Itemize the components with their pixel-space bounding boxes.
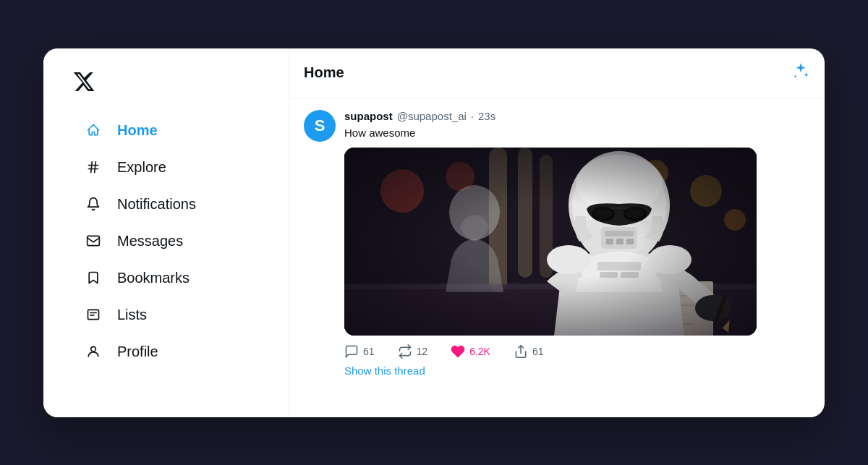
x-logo-icon xyxy=(72,70,95,93)
app-container: Home Explore Notifications xyxy=(43,48,825,417)
bell-icon xyxy=(84,197,103,211)
main-content: Home S supapost @supapost_ai · 23s xyxy=(289,48,825,417)
retweet-count: 12 xyxy=(417,346,428,357)
tweet-meta: supapost @supapost_ai · 23s xyxy=(344,110,810,122)
sidebar-item-lists[interactable]: Lists xyxy=(72,298,260,332)
sidebar-item-label-bookmarks: Bookmarks xyxy=(117,270,190,286)
tweet-time: 23s xyxy=(478,110,495,122)
sidebar-item-explore[interactable]: Explore xyxy=(72,150,260,184)
hashtag-icon xyxy=(84,160,103,174)
avatar: S xyxy=(304,110,336,142)
sidebar-item-label-explore: Explore xyxy=(117,159,166,176)
sidebar-item-profile[interactable]: Profile xyxy=(72,335,260,369)
share-icon xyxy=(514,344,528,359)
tweet-handle: @supapost_ai xyxy=(397,110,467,122)
like-count: 6.2K xyxy=(469,346,490,357)
show-thread-link[interactable]: Show this thread xyxy=(344,364,425,377)
sidebar-item-label-profile: Profile xyxy=(117,344,158,360)
user-icon xyxy=(84,344,103,359)
logo-area[interactable] xyxy=(72,70,260,96)
svg-rect-41 xyxy=(344,148,757,336)
share-count: 61 xyxy=(532,346,544,357)
tweet-image-placeholder xyxy=(344,148,757,336)
reply-action[interactable]: 61 xyxy=(344,344,375,359)
sidebar: Home Explore Notifications xyxy=(43,48,289,417)
sidebar-item-home[interactable]: Home xyxy=(72,114,260,148)
tweet-actions: 61 12 xyxy=(344,344,810,359)
tweet-author: supapost xyxy=(344,110,393,122)
like-action[interactable]: 6.2K xyxy=(451,344,490,359)
retweet-action[interactable]: 12 xyxy=(398,344,428,359)
sidebar-item-label-notifications: Notifications xyxy=(117,196,196,213)
sidebar-item-label-lists: Lists xyxy=(117,307,147,323)
mail-icon xyxy=(84,234,103,248)
tweet-separator: · xyxy=(471,110,474,122)
bookmark-icon xyxy=(84,270,103,285)
sidebar-item-messages[interactable]: Messages xyxy=(72,224,260,258)
tweet-text: How awesome xyxy=(344,125,810,140)
sparkle-svg xyxy=(791,61,810,80)
reply-icon xyxy=(344,344,359,359)
retweet-icon xyxy=(398,344,412,359)
sidebar-item-label-home: Home xyxy=(117,122,158,139)
sidebar-item-notifications[interactable]: Notifications xyxy=(72,187,260,221)
svg-rect-0 xyxy=(88,236,100,245)
stormtrooper-illustration xyxy=(344,148,757,336)
feed-title: Home xyxy=(304,64,344,81)
sidebar-item-bookmarks[interactable]: Bookmarks xyxy=(72,261,260,295)
share-action[interactable]: 61 xyxy=(514,344,544,359)
home-icon xyxy=(84,123,103,137)
tweet-body: supapost @supapost_ai · 23s How awesome xyxy=(344,110,810,377)
list-icon xyxy=(84,307,103,322)
sidebar-item-label-messages: Messages xyxy=(117,233,183,249)
feed-header: Home xyxy=(289,48,825,98)
sparkle-icon[interactable] xyxy=(791,61,810,85)
tweet: S supapost @supapost_ai · 23s How awesom… xyxy=(289,98,825,389)
heart-icon xyxy=(451,344,465,359)
svg-point-2 xyxy=(91,346,96,351)
reply-count: 61 xyxy=(363,346,375,357)
tweet-image xyxy=(344,148,757,336)
